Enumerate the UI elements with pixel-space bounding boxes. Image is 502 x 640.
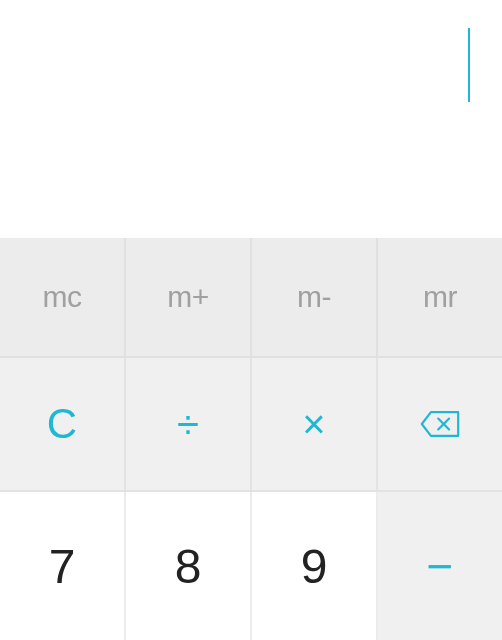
memory-clear-label: mc	[43, 280, 82, 314]
memory-minus-button[interactable]: m-	[252, 238, 378, 358]
cursor-indicator	[468, 28, 470, 102]
digit-7-label: 7	[49, 539, 76, 594]
memory-minus-label: m-	[297, 280, 331, 314]
memory-plus-button[interactable]: m+	[126, 238, 252, 358]
memory-clear-button[interactable]: mc	[0, 238, 126, 358]
digit-9-button[interactable]: 9	[252, 492, 378, 640]
digit-8-button[interactable]: 8	[126, 492, 252, 640]
digit-7-button[interactable]: 7	[0, 492, 126, 640]
memory-recall-button[interactable]: mr	[378, 238, 502, 358]
operator-row: C ÷ ×	[0, 358, 502, 492]
clear-button[interactable]: C	[0, 358, 126, 492]
memory-row: mc m+ m- mr	[0, 238, 502, 358]
backspace-button[interactable]	[378, 358, 502, 492]
backspace-icon	[420, 410, 460, 438]
digit-9-label: 9	[301, 539, 328, 594]
digit-row-789: 7 8 9 −	[0, 492, 502, 640]
calculator-display[interactable]	[0, 0, 502, 238]
minus-label: −	[427, 539, 454, 593]
multiply-button[interactable]: ×	[252, 358, 378, 492]
multiply-label: ×	[302, 402, 325, 447]
clear-label: C	[47, 400, 77, 448]
divide-label: ÷	[177, 402, 199, 447]
memory-recall-label: mr	[423, 280, 457, 314]
keypad: mc m+ m- mr C ÷ × 7 8 9 −	[0, 238, 502, 640]
minus-button[interactable]: −	[378, 492, 502, 640]
digit-8-label: 8	[175, 539, 202, 594]
divide-button[interactable]: ÷	[126, 358, 252, 492]
memory-plus-label: m+	[167, 280, 209, 314]
